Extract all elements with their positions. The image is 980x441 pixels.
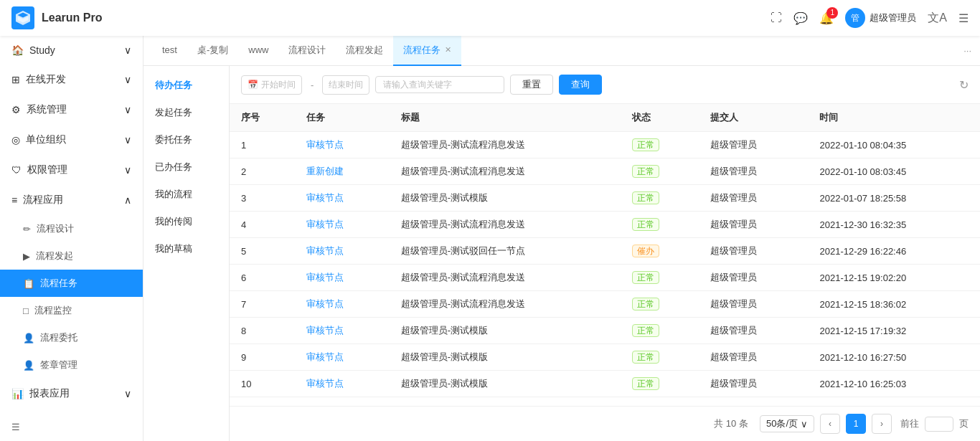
cell-status-3: 正常	[621, 212, 699, 238]
left-nav-label-my-flow: 我的流程	[155, 189, 192, 199]
col-header-status: 状态	[621, 104, 699, 132]
content: test 桌-复制 www 流程设计 流程发起 流程任务 ✕ ···	[143, 36, 980, 441]
cell-status-6: 正常	[621, 291, 699, 318]
sidebar-sub-item-flow-design[interactable]: ✏ 流程设计	[0, 215, 143, 242]
tab-flow-design[interactable]: 流程设计	[278, 36, 336, 66]
tab-test[interactable]: test	[152, 36, 187, 66]
expand-icon[interactable]: ⛶	[771, 11, 782, 24]
cell-status-2: 正常	[621, 185, 699, 212]
cell-task-3[interactable]: 审核节点	[295, 212, 390, 238]
left-nav-item-done[interactable]: 已办任务	[143, 153, 229, 181]
language-icon[interactable]: 文A	[928, 11, 947, 26]
pagination: 共 10 条 50条/页 ∨ ‹ 1 › 前往 1 页	[230, 406, 980, 441]
tab-clone-label: 桌-复制	[197, 44, 228, 57]
cell-no-0: 1	[230, 132, 295, 158]
cell-submitter-2: 超级管理员	[699, 185, 808, 212]
keyword-input[interactable]	[375, 76, 504, 93]
cell-time-8: 2021-12-10 16:27:50	[808, 344, 980, 371]
date-separator: -	[311, 80, 314, 90]
sidebar-item-flow-app[interactable]: ≡ 流程应用 ∧	[0, 185, 143, 215]
table-row: 9 审核节点 超级管理员-测试模版 正常 超级管理员 2021-12-10 16…	[230, 344, 980, 371]
cell-task-7[interactable]: 审核节点	[295, 318, 390, 344]
sidebar-item-study[interactable]: 🏠 Study ∨	[0, 36, 143, 65]
search-button[interactable]: 查询	[559, 75, 602, 95]
left-nav-item-pending[interactable]: 待办任务	[143, 72, 229, 99]
page-input[interactable]: 1	[925, 417, 953, 432]
cell-time-3: 2021-12-30 16:32:35	[808, 212, 980, 238]
user-info[interactable]: 管 超级管理员	[845, 8, 916, 28]
menu-icon[interactable]: ☰	[958, 11, 969, 25]
sidebar-sub-item-flow-delegate[interactable]: 👤 流程委托	[0, 324, 143, 351]
table-row: 7 审核节点 超级管理员-测试流程消息发送 正常 超级管理员 2021-12-1…	[230, 291, 980, 318]
sidebar-item-sys-manage[interactable]: ⚙ 系统管理 ∨	[0, 95, 143, 125]
left-nav-item-my-flow[interactable]: 我的流程	[143, 181, 229, 208]
cell-submitter-9: 超级管理员	[699, 371, 808, 397]
sidebar: 🏠 Study ∨ ⊞ 在线开发 ∨ ⚙ 系统管理 ∨ ◎ 单位组织 ∨	[0, 36, 143, 441]
message-icon[interactable]: 💬	[793, 11, 808, 25]
tab-flow-task[interactable]: 流程任务 ✕	[393, 36, 461, 66]
delegate-icon: 👤	[23, 333, 34, 343]
cell-task-1[interactable]: 重新创建	[295, 158, 390, 185]
start-date-input[interactable]: 📅 开始时间	[241, 75, 302, 95]
left-nav-item-my-draft[interactable]: 我的草稿	[143, 235, 229, 262]
cell-task-5[interactable]: 审核节点	[295, 265, 390, 291]
tab-test-label: test	[162, 44, 177, 55]
cell-task-9[interactable]: 审核节点	[295, 371, 390, 397]
tab-www-label: www	[248, 44, 268, 55]
sidebar-sub-item-sign-manage[interactable]: 👤 签章管理	[0, 351, 143, 379]
cell-title-9: 超级管理员-测试模版	[390, 371, 621, 397]
sidebar-item-report-app[interactable]: 📊 报表应用 ∨	[0, 379, 143, 409]
tab-flow-start[interactable]: 流程发起	[336, 36, 393, 66]
reset-button[interactable]: 重置	[510, 75, 553, 95]
goto-label: 前往	[900, 417, 919, 430]
cell-task-4[interactable]: 审核节点	[295, 238, 390, 265]
cell-title-4: 超级管理员-测试驳回任一节点	[390, 238, 621, 265]
table-row: 5 审核节点 超级管理员-测试驳回任一节点 催办 超级管理员 2021-12-2…	[230, 238, 980, 265]
chevron-right-icon-3: ∨	[124, 134, 131, 146]
tab-more-btn[interactable]: ···	[963, 45, 971, 56]
left-nav-item-my-read[interactable]: 我的传阅	[143, 208, 229, 235]
tab-www[interactable]: www	[238, 36, 278, 66]
cell-submitter-8: 超级管理员	[699, 344, 808, 371]
cell-title-8: 超级管理员-测试模版	[390, 344, 621, 371]
sidebar-sub-item-flow-monitor[interactable]: □ 流程监控	[0, 297, 143, 324]
cell-task-8[interactable]: 审核节点	[295, 344, 390, 371]
page-size-selector[interactable]: 50条/页 ∨	[760, 415, 814, 432]
hamburger-icon: ☰	[11, 422, 20, 432]
sidebar-sub-label-flow-monitor: 流程监控	[34, 304, 72, 317]
table-area: 📅 开始时间 - 结束时间 重置 查询 ↻	[230, 66, 980, 441]
cell-status-7: 正常	[621, 318, 699, 344]
sign-icon: 👤	[23, 360, 34, 371]
data-table: 序号 任务 标题 状态 提交人 时间 1 审核节点 超级管理员-测试流程消息发送…	[230, 104, 980, 406]
sidebar-sub-label-flow-delegate: 流程委托	[40, 331, 77, 344]
prev-page-btn[interactable]: ‹	[820, 414, 840, 434]
refresh-icon[interactable]: ↻	[959, 78, 969, 92]
sidebar-collapse-btn[interactable]: ☰	[0, 413, 143, 441]
sidebar-item-online-dev[interactable]: ⊞ 在线开发 ∨	[0, 65, 143, 95]
tab-clone[interactable]: 桌-复制	[187, 36, 238, 66]
left-nav-item-started[interactable]: 发起任务	[143, 99, 229, 126]
sidebar-sub-item-flow-task[interactable]: 📋 流程任务	[0, 270, 143, 297]
sidebar-sub-item-flow-start[interactable]: ▶ 流程发起	[0, 242, 143, 270]
cell-time-4: 2021-12-29 16:22:46	[808, 238, 980, 265]
cell-task-0[interactable]: 审核节点	[295, 132, 390, 158]
calendar-icon: 📅	[248, 80, 258, 90]
page-content: 待办任务 发起任务 委托任务 已办任务 我的流程 我的传阅 我的	[143, 66, 980, 441]
cell-task-6[interactable]: 审核节点	[295, 291, 390, 318]
avatar: 管	[845, 8, 865, 28]
tab-close-icon[interactable]: ✕	[445, 45, 451, 54]
shield-icon: 🛡	[11, 164, 22, 176]
current-page-btn[interactable]: 1	[846, 414, 866, 434]
sidebar-item-auth-manage[interactable]: 🛡 权限管理 ∨	[0, 155, 143, 185]
cell-task-2[interactable]: 审核节点	[295, 185, 390, 212]
end-date-input[interactable]: 结束时间	[322, 75, 369, 95]
cell-status-1: 正常	[621, 158, 699, 185]
header-right: ⛶ 💬 🔔 1 管 超级管理员 文A ☰	[771, 8, 969, 28]
cell-no-8: 9	[230, 344, 295, 371]
sidebar-item-unit-org[interactable]: ◎ 单位组织 ∨	[0, 125, 143, 155]
next-page-btn[interactable]: ›	[872, 414, 892, 434]
gear-icon: ⚙	[11, 104, 21, 115]
chevron-right-icon-4: ∨	[124, 164, 131, 176]
left-nav-item-delegated[interactable]: 委托任务	[143, 126, 229, 153]
bell-icon[interactable]: 🔔 1	[819, 11, 834, 25]
